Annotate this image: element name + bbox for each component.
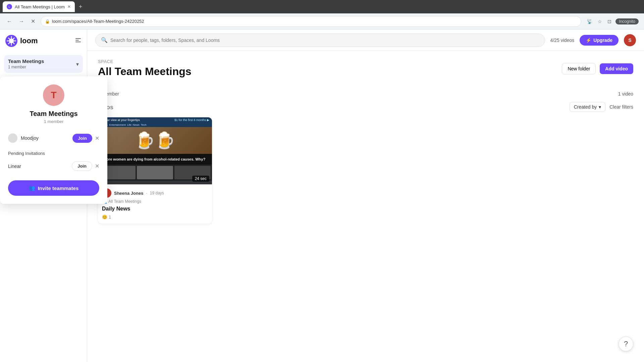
new-folder-button[interactable]: New folder [562, 63, 596, 74]
video-card[interactable]: A clear view at your fingertips $1 for t… [98, 117, 212, 224]
space-title: All Team Meetings [98, 65, 192, 78]
invite-teammates-button[interactable]: 👥 Invite teammates [8, 180, 99, 196]
upgrade-label: Upgrade [593, 38, 612, 43]
loom-favicon: L [7, 4, 12, 9]
reaction-count: 1 [109, 215, 111, 220]
svg-rect-12 [75, 42, 81, 42]
video-info: Sheena Jones · 19 days 👥 All Team Meetin… [98, 184, 212, 224]
upgrade-button[interactable]: ⚡ Upgrade [580, 35, 619, 46]
workspace-name: Team Meetings [8, 58, 79, 64]
video-thumbnail: A clear view at your fingertips $1 for t… [98, 117, 212, 184]
browser-controls: ← → ✕ 🔒 loom.com/spaces/All-Team-Meeting… [0, 13, 644, 29]
clear-filters-button[interactable]: Clear filters [609, 104, 633, 110]
video-count-label: 4/25 videos [550, 38, 575, 43]
moodjoy-section: Moodjoy Join ✕ [8, 131, 99, 145]
tab-groups-icon[interactable]: ⊡ [606, 17, 613, 25]
user-avatar[interactable]: S [624, 34, 636, 46]
news-promo: $1 for the first 6 months ▶ [174, 118, 209, 122]
news-nav-news: News [133, 123, 140, 126]
space-meta: 1 member 1 video [98, 91, 633, 97]
news-site-header: A clear view at your fingertips $1 for t… [98, 117, 212, 123]
moodjoy-avatar [8, 133, 17, 143]
video-workspace-name: All Team Meetings [108, 199, 141, 204]
moodjoy-dismiss-button[interactable]: ✕ [95, 135, 99, 141]
loom-logo-text: loom [20, 37, 38, 45]
news-nav-tech: Tech [141, 123, 147, 126]
news-headline-text: More women are dying from alcohol-relate… [101, 156, 209, 163]
chevron-down-icon: ▾ [76, 61, 79, 67]
created-by-filter[interactable]: Created by ▾ [570, 102, 605, 112]
moodjoy-item: Moodjoy Join ✕ [8, 131, 99, 145]
loom-logo-icon [5, 35, 17, 47]
search-input[interactable] [110, 38, 539, 43]
video-workspace: 👥 All Team Meetings [102, 199, 208, 204]
moodjoy-name: Moodjoy [21, 135, 39, 141]
workspace-members: 1 member [8, 65, 79, 69]
main-content: 🔍 4/25 videos ⚡ Upgrade S Space All Team… [87, 29, 644, 362]
beer-emoji: 🍺🍺 [135, 131, 175, 150]
video-date: · [146, 191, 147, 195]
sidebar-toggle-button[interactable] [75, 37, 82, 45]
moodjoy-info: Moodjoy [8, 133, 39, 143]
add-video-button[interactable]: Add video [600, 63, 633, 74]
pending-invitations-section: Pending Invitations Linear Join ✕ [8, 151, 99, 174]
linear-name: Linear [8, 164, 21, 169]
video-duration: 24 sec [192, 176, 209, 182]
browser-actions: 📡 ☆ ⊡ Incognito [585, 17, 639, 25]
emoji-icon: 😊 [102, 215, 107, 220]
reload-button[interactable]: ✕ [30, 17, 37, 26]
cast-icon[interactable]: 📡 [585, 17, 594, 25]
linear-join-button[interactable]: Join [72, 161, 92, 171]
news-image: 🍺🍺 [98, 127, 212, 154]
incognito-badge: Incognito [615, 18, 639, 24]
news-nav-entertainment: Entertainment [109, 123, 126, 126]
dropdown-workspace-subtitle: 1 member [8, 119, 99, 124]
video-title: Daily News [102, 206, 208, 212]
space-video-count: 1 video [618, 91, 633, 97]
invite-teammates-label: Invite teammates [38, 185, 79, 191]
search-icon: 🔍 [101, 37, 108, 43]
videos-header: ...eos Created by ▾ Clear filters [98, 102, 633, 112]
space-content: Space All Team Meetings New folder Add v… [87, 51, 644, 362]
svg-rect-10 [75, 38, 81, 39]
lightning-icon: ⚡ [586, 38, 591, 43]
app-container: loom Team Meetings 1 member ▾ 🎁 Earn fre… [0, 29, 644, 362]
new-tab-button[interactable]: + [79, 3, 83, 10]
top-bar: 🔍 4/25 videos ⚡ Upgrade S [87, 29, 644, 51]
strip-2 [137, 166, 173, 179]
workspace-selector[interactable]: Team Meetings 1 member ▾ [4, 55, 83, 73]
search-bar[interactable]: 🔍 [95, 34, 545, 47]
video-age: 19 days [150, 191, 164, 195]
news-headline-area: More women are dying from alcohol-relate… [98, 154, 212, 165]
space-breadcrumb: Space [98, 59, 192, 64]
loom-logo: loom [5, 35, 38, 47]
linear-item: Linear Join ✕ [8, 159, 99, 174]
linear-info: Linear [8, 164, 21, 169]
created-by-label: Created by [574, 104, 597, 110]
svg-rect-11 [75, 40, 79, 41]
videos-section: ...eos Created by ▾ Clear filters [98, 102, 633, 224]
tab-title: All Team Meetings | Loom [15, 4, 65, 9]
address-bar[interactable]: 🔒 loom.com/spaces/All-Team-Meetings-2422… [41, 16, 581, 27]
lock-icon: 🔒 [45, 19, 50, 24]
bookmark-icon[interactable]: ☆ [596, 17, 603, 25]
pending-invitations-title: Pending Invitations [8, 151, 99, 156]
tab-close-btn[interactable]: ✕ [67, 4, 71, 9]
sidebar-header: loom [0, 29, 87, 52]
workspace-avatar: T [43, 84, 64, 106]
linear-dismiss-button[interactable]: ✕ [95, 163, 99, 169]
forward-button[interactable]: → [17, 17, 25, 26]
chevron-down-icon: ▾ [599, 104, 601, 110]
help-button[interactable]: ? [619, 337, 633, 351]
back-button[interactable]: ← [5, 17, 13, 26]
filter-row: Created by ▾ Clear filters [570, 102, 633, 112]
workspace-dropdown-panel: T Team Meetings 1 member Moodjoy Join ✕ … [0, 76, 107, 204]
users-icon: 👥 [29, 185, 35, 191]
moodjoy-join-button[interactable]: Join [72, 134, 92, 143]
videos-section-title: ...eos [98, 103, 570, 111]
browser-tab[interactable]: L All Team Meetings | Loom ✕ [3, 1, 75, 12]
sidebar: loom Team Meetings 1 member ▾ 🎁 Earn fre… [0, 29, 87, 362]
video-author-row: Sheena Jones · 19 days [102, 188, 208, 198]
url-text: loom.com/spaces/All-Team-Meetings-242202… [52, 19, 144, 24]
dropdown-workspace-title: Team Meetings [8, 110, 99, 118]
